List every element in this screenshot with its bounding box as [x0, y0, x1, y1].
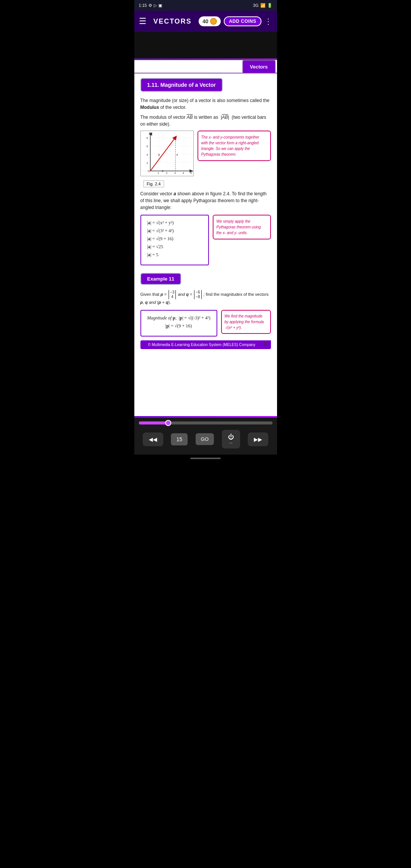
svg-text:4: 4 — [183, 172, 184, 174]
battery-icon: 🔋 — [267, 3, 272, 8]
bottom-controls: ◀◀ GO ⏻ ••• ▶▶ — [134, 427, 277, 455]
time-display: 1:15 — [139, 3, 147, 8]
ad-banner — [134, 32, 277, 59]
given-text: Given that p = −34 and q = −6−8 ; find t… — [140, 290, 271, 306]
page-title: VECTORS — [153, 18, 192, 26]
graph-section: y x O 2 4 6 8 1 2 3 4 5 a — [140, 131, 271, 176]
add-coins-button[interactable]: ADD COINS — [224, 16, 262, 26]
formula-1: |a| = √(x² + y²) — [147, 220, 202, 226]
top-nav: ☰ VECTORS 40 ADD COINS ⋮ — [134, 11, 277, 32]
play-icon: ▷ — [154, 3, 157, 8]
settings-icon: ⚙ — [148, 3, 152, 8]
tab-bar: Vectors — [134, 60, 277, 73]
example-11-label: Example 11 — [140, 273, 182, 285]
formula-3: |a| = √(9 + 16) — [147, 236, 202, 242]
vector-p: −34 — [169, 290, 176, 299]
vector-graph: y x O 2 4 6 8 1 2 3 4 5 a — [140, 131, 194, 176]
content-area: 1.11. Magnitude of a Vector The magnitud… — [134, 73, 277, 416]
home-bar — [190, 458, 221, 459]
progress-track[interactable] — [139, 421, 272, 424]
media-icon: ▣ — [158, 3, 162, 8]
page-number: 15 — [261, 340, 271, 347]
power-button[interactable]: ⏻ ••• — [222, 430, 240, 448]
status-right: 3G 📶 🔋 — [253, 3, 272, 8]
svg-text:2: 2 — [147, 162, 148, 164]
status-bar: 1:15 ⚙ ▷ ▣ 3G 📶 🔋 — [134, 0, 277, 11]
page-number-input[interactable] — [171, 433, 188, 445]
copyright-bar: © Multimedia E-Learning Education System… — [140, 340, 271, 349]
coins-value: 40 — [202, 18, 209, 24]
section-title: 1.11. Magnitude of a Vector — [140, 78, 223, 92]
mag-label-line: Magnitude of p; |p| = √((-3)² + 4²) — [147, 315, 210, 321]
progress-thumb — [165, 420, 171, 426]
fig-label: Fig. 2.4 — [142, 180, 164, 187]
example-formula-section: Magnitude of p; |p| = √((-3)² + 4²) |p| … — [140, 310, 271, 337]
svg-text:4: 4 — [176, 153, 178, 156]
formula-5: |a| = 5 — [147, 252, 202, 258]
go-button[interactable]: GO — [196, 433, 214, 445]
svg-text:a: a — [158, 153, 160, 156]
coin-icon — [210, 18, 217, 25]
magnitude-formulas: |a| = √(x² + y²) |a| = √(3² + 4²) |a| = … — [140, 215, 209, 265]
progress-fill — [139, 421, 168, 424]
next-button[interactable]: ▶▶ — [248, 432, 268, 446]
vector-description: Consider vector a shown above in figure … — [140, 190, 271, 211]
example-formulas: Magnitude of p; |p| = √((-3)² + 4²) |p| … — [140, 310, 217, 337]
coins-display: 40 — [199, 16, 221, 26]
svg-text:4: 4 — [147, 153, 148, 156]
formula-section: |a| = √(x² + y²) |a| = √(3² + 4²) |a| = … — [140, 215, 271, 265]
svg-text:8: 8 — [147, 137, 148, 139]
svg-text:y: y — [149, 131, 151, 135]
svg-text:6: 6 — [147, 145, 148, 148]
callout-pythagorean-apply: We simply apply the Pythagoras theorem u… — [213, 215, 271, 239]
intro-text-1: The magnitude (or size) of a vector is a… — [140, 97, 271, 111]
prev-button[interactable]: ◀◀ — [143, 432, 163, 446]
home-indicator — [134, 455, 277, 462]
svg-text:1: 1 — [158, 172, 159, 174]
formula-2: |a| = √(3² + 4²) — [147, 228, 202, 234]
callout-pythagoras: The x- and y-components together with th… — [198, 131, 271, 161]
power-dots: ••• — [229, 441, 232, 445]
svg-text:2: 2 — [166, 172, 167, 174]
svg-text:3: 3 — [174, 172, 176, 174]
vectors-tab[interactable]: Vectors — [242, 60, 276, 73]
formula-4: |a| = √25 — [147, 244, 202, 250]
graph-svg: y x O 2 4 6 8 1 2 3 4 5 a — [141, 131, 194, 177]
vector-q: −6−8 — [194, 290, 201, 299]
mag-result-line: |p| = √(9 + 16) — [147, 323, 210, 329]
network-label: 3G — [253, 3, 259, 8]
svg-text:5: 5 — [190, 172, 192, 174]
power-icon: ⏻ — [228, 434, 234, 440]
signal-icon: 📶 — [260, 3, 266, 8]
progress-container — [134, 418, 277, 427]
intro-text-2: The modulus of vector AB is written as |… — [140, 114, 271, 128]
svg-text:3: 3 — [162, 169, 164, 173]
hamburger-menu-icon[interactable]: ☰ — [139, 16, 147, 26]
callout-magnitude-formula: We find the magnitude by applying the fo… — [221, 310, 271, 334]
nav-right-controls: 40 ADD COINS ⋮ — [199, 16, 272, 26]
svg-text:O: O — [148, 169, 150, 173]
more-options-icon[interactable]: ⋮ — [264, 17, 272, 26]
status-left: 1:15 ⚙ ▷ ▣ — [139, 3, 162, 8]
